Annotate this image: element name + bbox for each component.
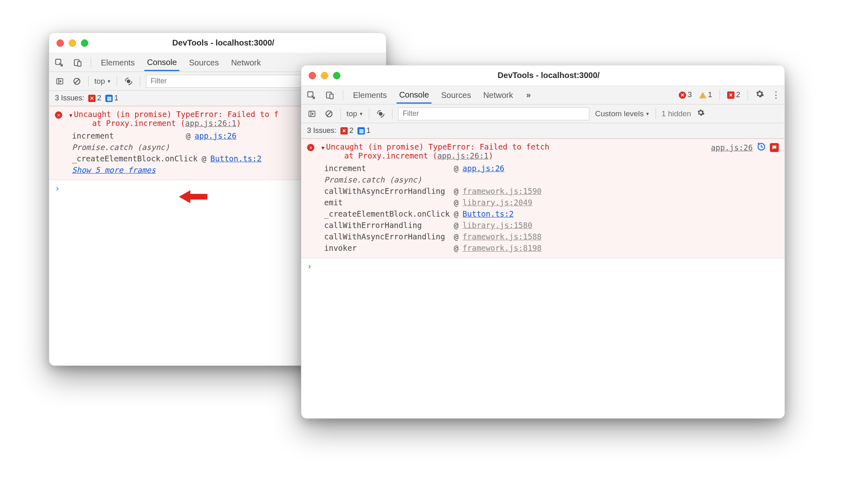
stack-location-link[interactable]: library.js:1580 (462, 221, 532, 230)
device-icon[interactable] (324, 89, 336, 101)
stack-fn: _createElementBlock.onClick (324, 209, 450, 218)
console-prompt[interactable]: › (301, 258, 785, 274)
error-source-link[interactable]: app.js:26 (711, 143, 753, 152)
close-icon[interactable] (57, 39, 64, 47)
issues-quick-badge[interactable]: ✕ 2 (727, 91, 740, 99)
chevron-down-icon[interactable]: ▼ (321, 145, 324, 151)
divider (656, 109, 656, 119)
issues-bar: 3 Issues: ✕ 2 ▤ 1 (301, 123, 785, 139)
kebab-menu-icon[interactable]: ⋮ (771, 90, 780, 100)
stack-fn: callWithAsyncErrorHandling (324, 187, 450, 196)
stack-location-link[interactable]: framework.js:1590 (462, 187, 541, 196)
svg-line-7 (75, 79, 79, 83)
filter-input[interactable] (398, 107, 589, 120)
window-title: DevTools - localhost:3000/ (92, 38, 354, 48)
stack-location-link[interactable]: framework.js:8198 (462, 243, 541, 252)
stack-location-link[interactable]: Button.ts:2 (462, 209, 514, 218)
close-icon[interactable] (309, 72, 316, 79)
stack-location-link[interactable]: library.js:2049 (462, 198, 532, 207)
stack-location-link[interactable]: app.js:26 (194, 131, 236, 140)
async-boundary: Promise.catch (async) (324, 175, 422, 184)
divider (719, 90, 720, 100)
svg-rect-2 (78, 61, 81, 66)
titlebar: DevTools - localhost:3000/ (49, 33, 386, 53)
issues-error-badge[interactable]: ✕ 2 (88, 94, 101, 102)
stack-head-link[interactable]: app.js:26:1 (185, 119, 236, 128)
warning-count-badge[interactable]: 1 (699, 91, 712, 99)
error-message: Uncaught (in promise) TypeError: Failed … (307, 142, 549, 160)
stack-head-link[interactable]: app.js:26:1 (437, 151, 488, 160)
sidebar-toggle-icon[interactable] (306, 108, 318, 119)
replay-xhr-icon[interactable] (757, 142, 766, 153)
console-settings-icon[interactable] (697, 109, 705, 119)
tab-elements[interactable]: Elements (351, 87, 389, 104)
sidebar-toggle-icon[interactable] (54, 76, 65, 87)
traffic-lights (309, 72, 340, 79)
stack-location-link[interactable]: app.js:26 (462, 164, 504, 173)
console-toolbar: top ▼ Custom levels ▼ 1 hidden (301, 104, 785, 123)
tab-network[interactable]: Network (229, 54, 263, 71)
device-icon[interactable] (72, 57, 83, 68)
hidden-count[interactable]: 1 hidden (662, 109, 691, 118)
tab-console[interactable]: Console (144, 54, 179, 71)
stack-at: @ (454, 198, 458, 207)
stack-at: @ (202, 154, 206, 163)
tab-sources[interactable]: Sources (187, 54, 221, 71)
stack-frame: callWithErrorHandling @library.js:1580 (324, 219, 779, 231)
error-message: Uncaught (in promise) TypeError: Failed … (55, 110, 279, 128)
zoom-icon[interactable] (333, 72, 340, 79)
divider (140, 76, 140, 87)
console-error: app.js:26 ✕ ▼Uncaught (in promise) TypeE… (301, 139, 785, 258)
devtools-window: DevTools - localhost:3000/ Elements Cons… (301, 65, 785, 419)
tab-sources[interactable]: Sources (439, 87, 473, 104)
stack-fn: callWithAsyncErrorHandling (324, 232, 450, 241)
stack-fn: _createElementBlock.onClick (72, 154, 198, 163)
stack-location-link[interactable]: framework.js:1588 (462, 232, 541, 241)
stack-fn: increment (324, 164, 450, 173)
feedback-icon[interactable] (770, 143, 779, 152)
inspect-icon[interactable] (305, 89, 317, 101)
stack-at: @ (454, 221, 458, 230)
issues-message-badge[interactable]: ▤ 1 (357, 126, 370, 135)
error-count-badge[interactable]: ✕ 3 (679, 91, 692, 99)
stack-fn: emit (324, 198, 450, 207)
stack-frame: invoker @framework.js:8198 (324, 242, 779, 254)
annotation-arrow-icon (179, 189, 207, 204)
svg-line-17 (327, 112, 331, 116)
error-icon: ✕ (55, 111, 62, 119)
stack-at: @ (454, 232, 458, 241)
tab-elements[interactable]: Elements (98, 54, 137, 71)
stack-at: @ (454, 187, 458, 196)
stack-at: @ (454, 243, 458, 252)
minimize-icon[interactable] (69, 39, 76, 47)
inspect-icon[interactable] (53, 57, 65, 68)
clear-console-icon[interactable] (71, 76, 83, 87)
tabstrip: Elements Console Sources Network » ✕ 3 1… (301, 86, 785, 104)
levels-selector[interactable]: Custom levels ▼ (595, 109, 649, 118)
clear-console-icon[interactable] (323, 108, 335, 119)
minimize-icon[interactable] (321, 72, 328, 79)
divider (747, 90, 748, 100)
traffic-lights (57, 39, 88, 47)
context-selector[interactable]: top ▼ (347, 109, 363, 118)
zoom-icon[interactable] (81, 39, 88, 47)
more-tabs-icon[interactable]: » (523, 89, 534, 101)
svg-point-18 (379, 112, 383, 115)
tab-network[interactable]: Network (481, 87, 515, 104)
stack-fn: callWithErrorHandling (324, 221, 450, 230)
issues-message-badge[interactable]: ▤ 1 (105, 94, 118, 102)
issues-error-badge[interactable]: ✕ 2 (340, 126, 353, 135)
context-selector[interactable]: top ▼ (94, 77, 111, 86)
stack-frame: callWithAsyncErrorHandling @framework.js… (324, 185, 779, 197)
titlebar: DevTools - localhost:3000/ (301, 65, 785, 86)
live-expression-icon[interactable] (123, 76, 134, 87)
stack-location-link[interactable]: Button.ts:2 (210, 154, 262, 163)
stack-async: Promise.catch (async) (324, 174, 779, 185)
chevron-down-icon[interactable]: ▼ (69, 113, 72, 118)
stack-fn: increment (72, 131, 182, 140)
svg-marker-9 (179, 190, 207, 203)
live-expression-icon[interactable] (375, 108, 386, 119)
tab-console[interactable]: Console (397, 86, 431, 104)
async-boundary: Promise.catch (async) (72, 143, 170, 152)
gear-icon[interactable] (755, 89, 764, 101)
